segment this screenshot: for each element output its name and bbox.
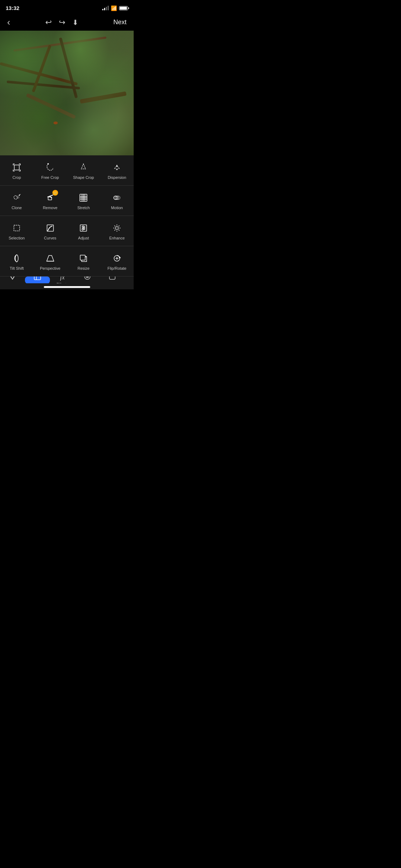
clone-icon	[10, 191, 23, 204]
download-button[interactable]: ⬇	[72, 18, 78, 27]
tilt-shift-label: Tilt Shift	[10, 266, 24, 270]
stretch-label: Stretch	[77, 206, 90, 210]
undo-button[interactable]: ↩	[45, 18, 52, 27]
svg-rect-57	[109, 276, 115, 279]
sticker-icon	[108, 276, 117, 283]
nav-gold[interactable]: Gold	[0, 277, 25, 283]
tool-shape-crop[interactable]: Shape Crop	[67, 157, 101, 184]
tool-curves[interactable]: Curves	[34, 217, 67, 244]
transform-tools-row: Tilt Shift Perspective	[0, 246, 134, 276]
tool-adjust[interactable]: Adjust	[67, 217, 101, 244]
curves-label: Curves	[44, 236, 56, 240]
svg-point-56	[87, 276, 88, 277]
adjust-icon	[77, 222, 90, 234]
crop-label: Crop	[12, 175, 21, 180]
svg-line-41	[114, 230, 115, 231]
flip-rotate-label: Flip/Rotate	[108, 266, 127, 270]
motion-icon	[110, 191, 123, 204]
signal-icon	[102, 6, 109, 10]
dispersion-label: Dispersion	[108, 175, 126, 180]
home-bar	[44, 286, 90, 288]
perspective-label: Perspective	[40, 266, 60, 270]
perspective-icon	[44, 252, 57, 265]
svg-marker-5	[115, 168, 118, 170]
tool-flip-rotate[interactable]: Flip/Rotate	[100, 248, 134, 275]
svg-line-38	[114, 226, 115, 227]
tool-resize[interactable]: Resize	[67, 248, 101, 275]
tool-tilt-shift[interactable]: Tilt Shift	[0, 248, 34, 275]
tool-perspective[interactable]: Perspective	[34, 248, 67, 275]
image-canvas[interactable]	[0, 31, 134, 155]
enhance-icon	[110, 222, 123, 234]
svg-point-1	[47, 163, 49, 165]
svg-point-31	[83, 227, 85, 229]
nav-sticker[interactable]: Sticker	[100, 277, 125, 283]
remove-label: Remove	[43, 206, 57, 210]
motion-label: Motion	[111, 206, 123, 210]
resize-icon	[77, 252, 90, 265]
tool-remove[interactable]: 👑 Remove	[34, 187, 67, 214]
tool-crop[interactable]: Crop	[0, 157, 34, 184]
status-bar: 13:32 📶	[0, 0, 134, 14]
free-crop-icon	[44, 161, 57, 174]
tool-dispersion[interactable]: Dispersion	[100, 157, 134, 184]
bird	[53, 122, 58, 124]
home-indicator	[0, 283, 134, 289]
svg-point-7	[17, 196, 19, 198]
svg-point-33	[115, 227, 118, 229]
time-display: 13:32	[6, 5, 19, 11]
back-button[interactable]: ‹	[7, 17, 10, 28]
tool-motion[interactable]: Motion	[100, 187, 134, 214]
clone-label: Clone	[12, 206, 22, 210]
nav-retouch[interactable]: Retouch	[75, 277, 100, 283]
svg-point-42	[15, 255, 18, 262]
shape-crop-label: Shape Crop	[73, 175, 94, 180]
tools-icon	[33, 276, 42, 283]
nav-cut[interactable]: Cut	[125, 277, 134, 283]
tool-stretch[interactable]: Stretch	[67, 187, 101, 214]
adjustment-tools-row: Selection Curves	[0, 216, 134, 246]
tilt-shift-icon	[10, 252, 23, 265]
tools-panel: Crop Free Crop	[0, 155, 134, 289]
nav-effects[interactable]: fx Effects	[50, 277, 75, 283]
nav-tools[interactable]: Tools	[25, 277, 50, 283]
remove-icon: 👑	[44, 191, 57, 204]
svg-rect-23	[14, 225, 20, 231]
tool-clone[interactable]: Clone	[0, 187, 34, 214]
free-crop-label: Free Crop	[41, 175, 59, 180]
crop-icon	[10, 161, 23, 174]
next-button[interactable]: Next	[113, 19, 127, 26]
svg-point-30	[82, 226, 84, 227]
tool-selection[interactable]: Selection	[0, 217, 34, 244]
crop-tools-row: Crop Free Crop	[0, 155, 134, 186]
curves-icon	[44, 222, 57, 234]
redo-button[interactable]: ↪	[59, 18, 65, 27]
crown-badge: 👑	[52, 190, 58, 196]
status-indicators: 📶	[102, 5, 128, 11]
tool-free-crop[interactable]: Free Crop	[34, 157, 67, 184]
dispersion-icon	[110, 161, 123, 174]
bottom-navigation: Gold Tools fx Effects	[0, 276, 134, 283]
svg-line-40	[119, 226, 120, 227]
svg-marker-2	[115, 165, 118, 167]
editor-toolbar: ‹ ↩ ↪ ⬇ Next	[0, 14, 134, 31]
gold-icon	[8, 276, 17, 283]
effects-icon: fx	[60, 276, 65, 281]
svg-point-6	[14, 196, 17, 199]
flip-rotate-icon	[110, 252, 123, 265]
wifi-icon: 📶	[111, 5, 117, 11]
svg-line-39	[119, 230, 120, 231]
svg-point-32	[82, 229, 83, 230]
svg-rect-52	[34, 276, 41, 280]
battery-icon	[119, 6, 128, 10]
selection-label: Selection	[9, 236, 25, 240]
svg-rect-0	[14, 165, 19, 170]
resize-label: Resize	[78, 266, 90, 270]
retouch-icon	[83, 276, 92, 283]
tool-enhance[interactable]: Enhance	[100, 217, 134, 244]
selection-icon	[10, 222, 23, 234]
adjust-label: Adjust	[78, 236, 89, 240]
cut-icon	[133, 276, 134, 283]
stretch-icon	[77, 191, 90, 204]
edit-tools-row: Clone 👑 Remove	[0, 186, 134, 216]
